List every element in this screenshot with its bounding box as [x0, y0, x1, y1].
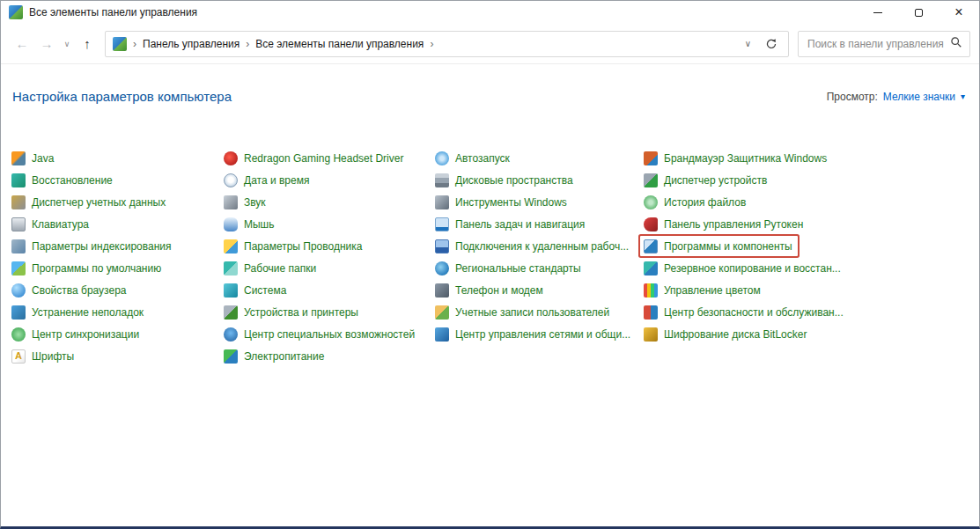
view-caret-icon: ▾ — [961, 92, 965, 101]
breadcrumb[interactable]: › Панель управления › Все элементы панел… — [105, 31, 789, 57]
control-panel-item[interactable]: Управление цветом — [644, 279, 766, 301]
control-panel-item[interactable]: Электропитание — [224, 345, 329, 367]
control-panel-item[interactable]: Восстановление — [11, 169, 118, 191]
view-label: Просмотр: — [827, 91, 878, 103]
breadcrumb-item-all-items[interactable]: Все элементы панели управления — [255, 38, 424, 50]
window-controls: × — [858, 1, 979, 24]
address-dropdown-icon[interactable]: ∨ — [734, 39, 762, 48]
breadcrumb-separator-icon: › — [127, 38, 143, 50]
region-icon — [435, 261, 449, 276]
breadcrumb-separator-icon: › — [424, 38, 439, 50]
breadcrumb-separator-icon: › — [239, 38, 255, 50]
control-panel-item[interactable]: Панель задач и навигация — [435, 213, 590, 235]
control-panel-item[interactable]: Подключения к удаленным рабоч... — [435, 235, 634, 257]
refresh-button[interactable] — [762, 36, 781, 52]
control-panel-item[interactable]: Брандмауэр Защитника Windows — [644, 147, 832, 169]
sync-center-icon — [11, 327, 26, 342]
network-sharing-icon — [435, 327, 449, 342]
control-panel-item[interactable]: Параметры индексирования — [11, 235, 176, 257]
control-panel-item[interactable]: Программы по умолчанию — [11, 257, 166, 279]
autoplay-icon — [435, 151, 449, 165]
control-panel-item[interactable]: Java — [11, 147, 59, 169]
control-panel-item[interactable]: Программы и компоненты — [640, 236, 798, 256]
control-panel-item[interactable]: Рабочие папки — [224, 257, 321, 279]
control-panel-item[interactable]: Система — [224, 279, 291, 301]
control-panel-item[interactable]: Диспетчер учетных данных — [11, 191, 171, 213]
item-label: Центр специальных возможностей — [244, 328, 415, 341]
item-label: Диспетчер устройств — [664, 174, 767, 187]
item-label: Устранение неполадок — [32, 306, 144, 319]
item-label: Redragon Gaming Headset Driver — [244, 152, 403, 165]
control-panel-item[interactable]: Свойства браузера — [11, 279, 132, 301]
troubleshooting-icon — [11, 305, 26, 320]
redragon-icon — [224, 151, 238, 165]
control-panel-item[interactable]: Центр синхронизации — [11, 323, 144, 345]
control-panel-item[interactable]: Резервное копирование и восстан... — [644, 257, 846, 279]
item-label: Телефон и модем — [455, 284, 543, 297]
control-panel-item[interactable]: Шрифты — [11, 345, 79, 367]
control-panel-item[interactable]: Диспетчер устройств — [644, 169, 772, 191]
control-panel-item[interactable]: Панель управления Рутокен — [644, 213, 808, 235]
back-button[interactable]: ← — [10, 32, 34, 56]
control-panel-item[interactable]: Устранение неполадок — [11, 301, 149, 323]
control-panel-item[interactable]: Телефон и модем — [435, 279, 549, 301]
recent-pages-dropdown[interactable]: ∨ — [59, 32, 75, 56]
item-label: Звук — [244, 196, 266, 209]
view-control: Просмотр: Мелкие значки ▾ — [827, 91, 965, 103]
control-panel-item[interactable]: Мышь — [224, 213, 280, 235]
item-label: Подключения к удаленным рабоч... — [455, 240, 629, 253]
items-column: JavaВосстановлениеДиспетчер учетных данн… — [11, 147, 224, 367]
view-mode-dropdown[interactable]: Мелкие значки — [883, 91, 955, 103]
control-panel-item[interactable]: Автозапуск — [435, 147, 515, 169]
search-icon — [950, 36, 962, 52]
control-panel-item[interactable]: Инструменты Windows — [435, 191, 572, 213]
control-panel-item[interactable]: Центр безопасности и обслуживан... — [644, 301, 849, 323]
taskbar-icon — [435, 217, 449, 231]
control-panel-item[interactable]: Клавиатура — [11, 213, 94, 235]
control-panel-item[interactable]: Региональные стандарты — [435, 257, 586, 279]
items-grid: JavaВосстановлениеДиспетчер учетных данн… — [11, 147, 972, 367]
control-panel-item[interactable]: Центр специальных возможностей — [224, 323, 420, 345]
control-panel-item[interactable]: Дата и время — [224, 169, 314, 191]
credential-manager-icon — [11, 195, 26, 209]
mouse-icon — [224, 217, 238, 231]
default-programs-icon — [11, 261, 26, 276]
search-input[interactable] — [806, 37, 950, 51]
item-label: Диспетчер учетных данных — [32, 196, 166, 209]
java-icon — [11, 151, 26, 165]
item-label: История файлов — [664, 196, 746, 209]
item-label: Центр безопасности и обслуживан... — [664, 306, 844, 319]
item-label: Параметры Проводника — [244, 240, 362, 253]
item-label: Свойства браузера — [32, 284, 127, 297]
control-panel-item[interactable]: Параметры Проводника — [224, 235, 367, 257]
close-icon: × — [954, 5, 962, 19]
items-column: Redragon Gaming Headset DriverДата и вре… — [224, 147, 435, 367]
rutoken-icon — [644, 217, 658, 231]
breadcrumb-item-control-panel[interactable]: Панель управления — [143, 38, 239, 50]
up-button[interactable]: ↑ — [75, 32, 99, 56]
minimize-button[interactable] — [858, 1, 898, 24]
item-label: Клавиатура — [32, 218, 89, 231]
control-panel-item[interactable]: Дисковые пространства — [435, 169, 578, 191]
close-button[interactable]: × — [939, 1, 979, 24]
ease-of-access-icon — [224, 327, 238, 342]
control-panel-item[interactable]: История файлов — [644, 191, 751, 213]
item-label: Шрифты — [32, 350, 74, 363]
indexing-options-icon — [11, 239, 26, 253]
control-panel-item[interactable]: Звук — [224, 191, 271, 213]
item-label: Панель управления Рутокен — [664, 218, 803, 231]
item-label: Региональные стандарты — [455, 262, 581, 275]
item-label: Рабочие папки — [244, 262, 316, 275]
fonts-icon — [11, 349, 26, 364]
control-panel-item[interactable]: Redragon Gaming Headset Driver — [224, 147, 409, 169]
forward-button[interactable]: → — [34, 32, 59, 56]
control-panel-item[interactable]: Шифрование диска BitLocker — [644, 323, 812, 345]
control-panel-item[interactable]: Устройства и принтеры — [224, 301, 364, 323]
control-panel-item[interactable]: Центр управления сетями и общи... — [435, 323, 636, 345]
maximize-button[interactable] — [898, 1, 939, 24]
back-icon: ← — [16, 36, 29, 51]
item-label: Параметры индексирования — [32, 240, 171, 253]
item-label: Устройства и принтеры — [244, 306, 358, 319]
item-label: Инструменты Windows — [455, 196, 567, 209]
control-panel-item[interactable]: Учетные записи пользователей — [435, 301, 615, 323]
